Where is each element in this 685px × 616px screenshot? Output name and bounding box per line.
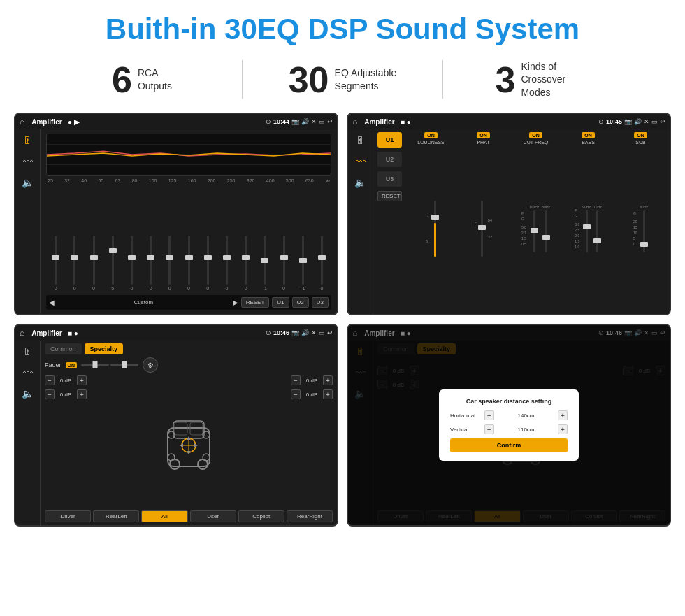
speaker-icon-3[interactable]: 🔈 [22, 388, 34, 399]
slider-12[interactable]: -1 [255, 236, 274, 291]
wave-icon-3[interactable]: 〰 [23, 367, 33, 378]
fader-tabs: Common Specialty [45, 343, 333, 354]
eq-icon-3[interactable]: 🎚 [23, 346, 33, 357]
stat-number-rca: 6 [112, 62, 132, 98]
slider-4[interactable]: 5 [103, 236, 122, 291]
slider-7[interactable]: 0 [160, 236, 179, 291]
fader-top-row: Fader ON ⚙ [45, 357, 333, 373]
fader-settings-icon[interactable]: ⚙ [143, 357, 158, 373]
crossover-main-area: U1 U2 U3 RESET ON LOUDNESS G 0 [373, 129, 670, 314]
camera-icon-3: 📷 [291, 329, 299, 336]
stat-number-eq: 30 [289, 62, 329, 98]
home-icon-3: ⌂ [20, 328, 24, 338]
db-row-3: − 0 dB + [291, 375, 333, 385]
xover-reset[interactable]: RESET [377, 191, 402, 201]
slider-9[interactable]: 0 [199, 236, 217, 291]
fader-slider-2[interactable] [110, 364, 138, 366]
db-minus-3[interactable]: − [291, 375, 301, 385]
cutfreq-slider1[interactable] [533, 210, 535, 252]
speaker-icon[interactable]: 🔈 [22, 177, 34, 188]
location-icon-1: ⊙ [266, 118, 271, 125]
db-plus-3[interactable]: + [323, 375, 333, 385]
next-arrow[interactable]: ▶ [233, 299, 238, 306]
btn-copilot[interactable]: Copilot [238, 510, 284, 522]
confirm-button[interactable]: Confirm [450, 438, 568, 452]
vertical-plus[interactable]: + [558, 424, 568, 434]
time-3: 10:46 [273, 329, 289, 336]
slider-15[interactable]: 0 [312, 236, 331, 291]
slider-5[interactable]: 0 [122, 236, 141, 291]
preset-u3[interactable]: U3 [377, 171, 402, 187]
volume-icon-3: 🔊 [301, 329, 309, 336]
crossover-screen-content: 🎚 〰 🔈 U1 U2 U3 RESET ON LOUDNESS [348, 129, 670, 314]
loudness-on[interactable]: ON [424, 132, 438, 138]
app-title-1: Amplifier ● ▶ [31, 118, 263, 126]
horizontal-minus[interactable]: − [484, 410, 494, 420]
slider-10[interactable]: 0 [217, 236, 236, 291]
prev-arrow[interactable]: ◀ [49, 299, 55, 306]
speaker-icon-2[interactable]: 🔈 [354, 177, 366, 188]
vertical-minus[interactable]: − [484, 424, 494, 434]
btn-driver[interactable]: Driver [45, 510, 91, 522]
fader-speaker-area: − 0 dB + − 0 dB + [45, 375, 333, 508]
btn-all[interactable]: All [141, 510, 187, 522]
vertical-label: Vertical [450, 427, 482, 433]
slider-14[interactable]: -1 [294, 236, 312, 291]
wave-icon[interactable]: 〰 [23, 156, 33, 167]
db-minus-1[interactable]: − [45, 375, 55, 385]
reset-btn[interactable]: RESET [241, 297, 270, 308]
fader-slider-1[interactable] [81, 364, 109, 366]
btn-rearright[interactable]: RearRight [287, 510, 333, 522]
eq-icon-2[interactable]: 🎚 [356, 135, 366, 146]
crossover-sidebar: 🎚 〰 🔈 [348, 129, 373, 314]
phat-slider[interactable] [481, 201, 483, 257]
tab-common[interactable]: Common [45, 343, 82, 354]
slider-2[interactable]: 0 [65, 236, 84, 291]
wave-icon-2[interactable]: 〰 [356, 156, 366, 167]
u3-btn[interactable]: U3 [312, 297, 329, 308]
xover-loudness: ON LOUDNESS G 0 [406, 132, 456, 311]
tab-specialty[interactable]: Specialty [85, 343, 124, 354]
db-plus-1[interactable]: + [77, 375, 87, 385]
fader-h-sliders [81, 364, 138, 366]
u1-btn[interactable]: U1 [272, 297, 289, 308]
fader-on-badge[interactable]: ON [66, 362, 78, 368]
btn-rearleft[interactable]: RearLeft [93, 510, 139, 522]
preset-u1[interactable]: U1 [377, 132, 402, 148]
phat-on[interactable]: ON [477, 132, 490, 138]
slider-8[interactable]: 0 [179, 236, 198, 291]
db-minus-4[interactable]: − [291, 389, 301, 399]
eq-icon[interactable]: 🎚 [23, 135, 33, 146]
horizontal-label: Horizontal [450, 413, 482, 419]
slider-6[interactable]: 0 [141, 236, 160, 291]
bass-slider2[interactable] [596, 210, 598, 252]
eq-sidebar: 🎚 〰 🔈 [15, 129, 41, 314]
close-icon-2: ✕ [644, 118, 649, 125]
eq-screen-content: 🎚 〰 🔈 [15, 129, 337, 314]
sub-slider[interactable] [643, 210, 645, 252]
eq-bottom-bar: ◀ Custom ▶ RESET U1 U2 U3 [46, 295, 331, 310]
slider-13[interactable]: 0 [274, 236, 293, 291]
sub-on[interactable]: ON [634, 132, 647, 138]
horizontal-plus[interactable]: + [558, 410, 568, 420]
slider-11[interactable]: 0 [236, 236, 255, 291]
db-row-4: − 0 dB + [291, 389, 333, 399]
bass-slider1[interactable] [586, 210, 588, 252]
db-plus-2[interactable]: + [77, 389, 87, 399]
status-bar-3: ⌂ Amplifier ■ ● ⊙ 10:46 📷 🔊 ✕ ▭ ↩ [15, 325, 337, 341]
db-plus-4[interactable]: + [323, 389, 333, 399]
fader-label: Fader [45, 361, 62, 368]
slider-3[interactable]: 0 [84, 236, 103, 291]
preset-u2[interactable]: U2 [377, 152, 402, 167]
loudness-slider[interactable] [434, 201, 436, 257]
svg-rect-5 [173, 421, 204, 438]
bass-on[interactable]: ON [582, 132, 595, 138]
db-minus-2[interactable]: − [45, 389, 55, 399]
u2-btn[interactable]: U2 [292, 297, 309, 308]
horizontal-value: 140cm [497, 413, 555, 419]
btn-user[interactable]: User [190, 510, 236, 522]
cutfreq-slider2[interactable] [545, 210, 547, 252]
slider-1[interactable]: 0 [46, 236, 65, 291]
battery-icon-2: ▭ [651, 118, 658, 125]
cutfreq-on[interactable]: ON [529, 132, 542, 138]
